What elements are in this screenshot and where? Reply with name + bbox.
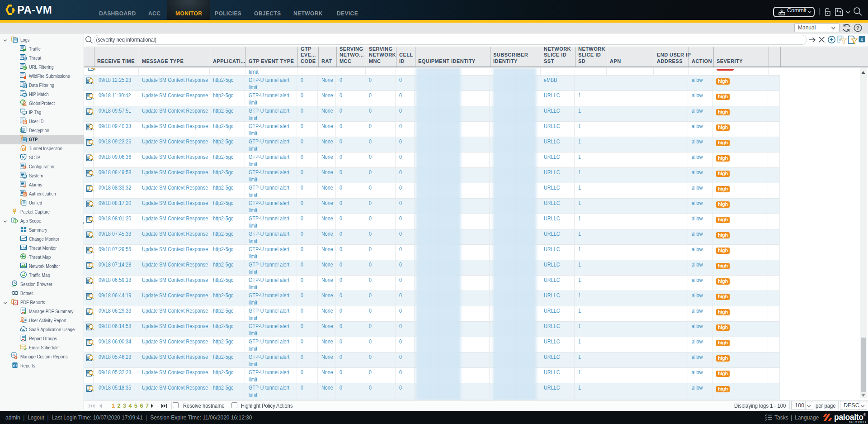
- svg-text:x: x: [861, 37, 863, 42]
- svg-text:A: A: [14, 301, 17, 304]
- svg-text:?: ?: [856, 25, 859, 31]
